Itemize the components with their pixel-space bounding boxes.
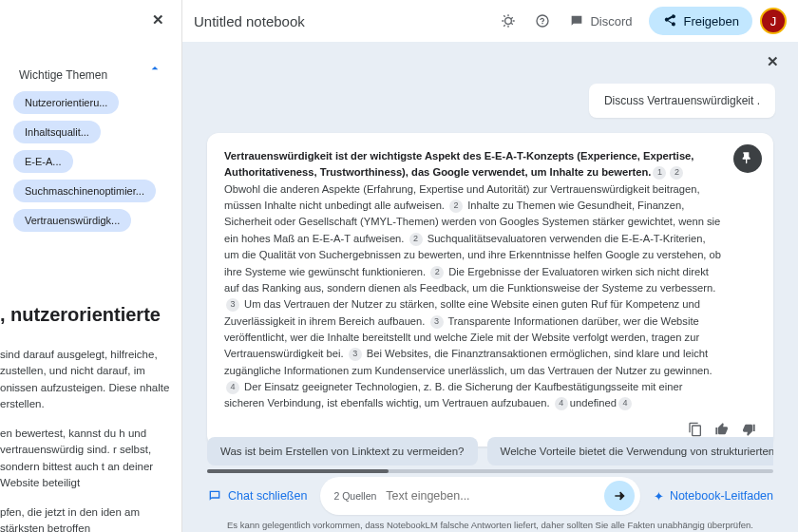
citation-badge[interactable]: 4 bbox=[555, 397, 568, 410]
suggestion-chip[interactable]: Welche Vorteile bietet die Verwendung vo… bbox=[487, 437, 773, 466]
topic-chips: Nutzerorientieru... Inhaltsqualit... E-E… bbox=[0, 91, 181, 232]
chat-input[interactable] bbox=[386, 489, 604, 503]
doc-paragraph: sind darauf ausgelegt, hilfreiche, zuste… bbox=[0, 347, 178, 412]
chat-icon bbox=[569, 13, 584, 28]
citation-badge[interactable]: 2 bbox=[670, 166, 683, 180]
doc-paragraph: en bewertest, kannst du h und vertrauens… bbox=[0, 426, 178, 491]
suggestion-row: Was ist beim Erstellen von Linktext zu v… bbox=[207, 437, 773, 466]
send-button[interactable] bbox=[604, 481, 635, 511]
app-header: Untitled notebook Discord Freigeben J bbox=[182, 0, 798, 42]
citation-badge[interactable]: 2 bbox=[449, 200, 463, 213]
citation-badge[interactable]: 1 bbox=[653, 166, 666, 180]
notebook-title[interactable]: Untitled notebook bbox=[194, 13, 305, 29]
suggestion-scrollbar[interactable] bbox=[207, 469, 773, 473]
response-text: Vertrauenswürdigkeit ist der wichtigste … bbox=[224, 148, 756, 412]
disclaimer-text: Es kann gelegentlich vorkommen, dass Not… bbox=[182, 520, 798, 530]
guide-label: Notebook-Leitfaden bbox=[670, 489, 773, 503]
pin-button[interactable] bbox=[733, 144, 762, 173]
chat-close-button[interactable]: Chat schließen bbox=[207, 488, 307, 504]
response-card: Vertrauenswürdigkeit ist der wichtigste … bbox=[207, 133, 773, 446]
sources-count[interactable]: 2 Quellen bbox=[333, 490, 376, 502]
topic-chip[interactable]: E-E-A... bbox=[13, 150, 73, 173]
notebook-guide-button[interactable]: ✦ Notebook-Leitfaden bbox=[654, 489, 773, 504]
share-label: Freigeben bbox=[683, 14, 739, 28]
copy-button[interactable] bbox=[688, 422, 703, 437]
discord-button[interactable]: Discord bbox=[560, 10, 641, 32]
chat-icon bbox=[207, 488, 222, 504]
citation-badge[interactable]: 2 bbox=[430, 266, 444, 279]
sidebar: ✕ Wichtige Themen Nutzerorientieru... In… bbox=[0, 0, 182, 532]
citation-badge[interactable]: 4 bbox=[226, 381, 239, 394]
close-icon[interactable]: ✕ bbox=[767, 53, 779, 70]
citation-badge[interactable]: 2 bbox=[409, 233, 423, 246]
doc-heading: , nutzerorientierte bbox=[0, 304, 178, 326]
topic-chip[interactable]: Suchmaschinenoptimier... bbox=[13, 180, 156, 202]
avatar[interactable]: J bbox=[760, 8, 787, 34]
topic-chip[interactable]: Vertrauenswürdigk... bbox=[13, 209, 131, 232]
share-button[interactable]: Freigeben bbox=[649, 7, 752, 35]
sparkle-icon: ✦ bbox=[654, 489, 664, 504]
close-icon[interactable]: ✕ bbox=[152, 11, 164, 28]
citation-badge[interactable]: 4 bbox=[618, 397, 632, 410]
doc-paragraph: pfen, die jetzt in den iden am stärksten… bbox=[0, 504, 178, 532]
suggestion-chip[interactable]: Was ist beim Erstellen von Linktext zu v… bbox=[207, 437, 478, 466]
citation-badge[interactable]: 3 bbox=[226, 298, 239, 312]
thumbs-up-button[interactable] bbox=[714, 422, 730, 437]
sidebar-document-preview: , nutzerorientierte sind darauf ausgeleg… bbox=[0, 304, 181, 532]
input-bar: Chat schließen 2 Quellen ✦ Notebook-Leit… bbox=[207, 477, 773, 515]
discord-label: Discord bbox=[590, 14, 632, 28]
citation-badge[interactable]: 3 bbox=[430, 315, 444, 329]
share-icon bbox=[662, 13, 677, 28]
topic-chip[interactable]: Nutzerorientieru... bbox=[13, 91, 119, 114]
chat-panel: ✕ Discuss Vertrauenswürdigkeit . Vertrau… bbox=[182, 42, 798, 532]
chevron-up-icon[interactable] bbox=[147, 61, 162, 80]
appearance-icon[interactable] bbox=[493, 6, 523, 36]
chat-toggle-label: Chat schließen bbox=[228, 489, 307, 503]
thumbs-down-button[interactable] bbox=[741, 422, 756, 437]
citation-badge[interactable]: 3 bbox=[349, 348, 362, 361]
topic-chip[interactable]: Inhaltsqualit... bbox=[13, 121, 101, 143]
user-prompt-chip: Discuss Vertrauenswürdigkeit . bbox=[589, 84, 775, 118]
help-icon[interactable] bbox=[527, 6, 558, 36]
chat-input-container: 2 Quellen bbox=[320, 477, 640, 515]
